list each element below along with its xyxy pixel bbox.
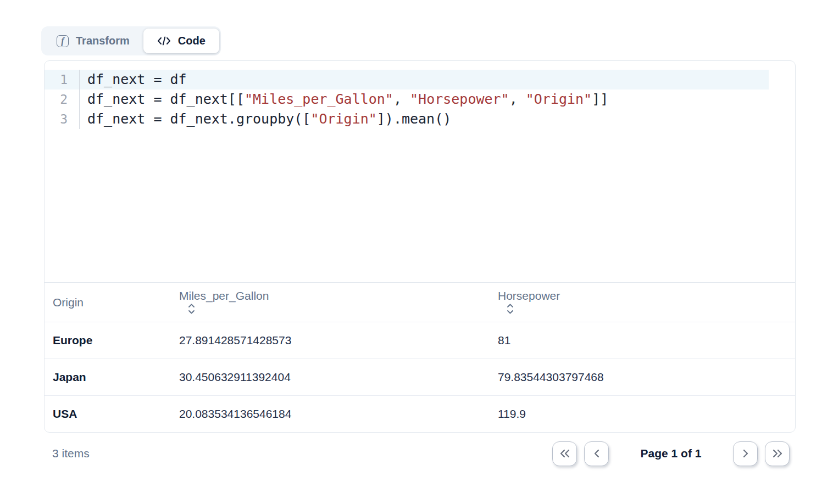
tab-transform[interactable]: f Transform	[43, 29, 143, 53]
column-header-miles_per_gallon[interactable]: Miles_per_Gallon	[171, 289, 490, 315]
last-page-button[interactable]	[765, 441, 790, 466]
code-line-content[interactable]: df_next = df_next[["Miles_per_Gallon", "…	[80, 89, 608, 109]
code-brackets-icon	[157, 35, 171, 47]
main-panel: 1df_next = df2df_next = df_next[["Miles_…	[44, 60, 796, 433]
code-token: ,	[393, 91, 410, 107]
cell-origin: USA	[45, 407, 171, 421]
cell-miles-per-gallon: 27.891428571428573	[171, 334, 490, 347]
code-token: "Origin"	[526, 91, 592, 107]
view-mode-tab-group: f Transform Code	[41, 26, 221, 55]
column-header-label: Origin	[53, 296, 84, 309]
column-header-label: Miles_per_Gallon	[179, 289, 269, 302]
sort-icon	[187, 303, 196, 315]
previous-page-button[interactable]	[584, 441, 609, 466]
line-number: 3	[45, 109, 80, 129]
code-line: 3df_next = df_next.groupby(["Origin"]).m…	[45, 109, 795, 129]
next-page-button[interactable]	[733, 441, 758, 466]
cell-horsepower: 79.83544303797468	[490, 371, 795, 384]
function-icon: f	[57, 35, 69, 47]
table-row: USA20.083534136546184119.9	[45, 395, 795, 432]
line-number: 2	[45, 89, 80, 109]
tab-transform-label: Transform	[76, 35, 130, 47]
code-token: ]).mean()	[377, 111, 451, 127]
tab-code[interactable]: Code	[143, 29, 219, 53]
cell-origin: Europe	[45, 334, 171, 347]
code-token: df_next = df_next[[	[87, 91, 245, 107]
cell-horsepower: 81	[490, 334, 795, 347]
code-token: "Horsepower"	[410, 91, 509, 107]
chevron-right-icon	[741, 449, 751, 458]
sort-icon	[506, 303, 515, 315]
code-line-content[interactable]: df_next = df	[80, 70, 187, 89]
table-body: Europe27.89142857142857381Japan30.450632…	[45, 322, 795, 432]
table-header-row: OriginMiles_per_GallonHorsepower	[45, 283, 795, 322]
table-row: Japan30.45063291139240479.83544303797468	[45, 359, 795, 395]
code-line: 1df_next = df	[45, 70, 795, 89]
chevrons-right-icon	[771, 449, 784, 458]
table-footer: 3 items Page 1 of 1	[44, 440, 796, 467]
column-header-horsepower[interactable]: Horsepower	[490, 289, 795, 315]
code-token: ,	[509, 91, 526, 107]
code-token: ]]	[592, 91, 608, 107]
column-header-label: Horsepower	[498, 289, 560, 302]
cell-miles-per-gallon: 20.083534136546184	[171, 407, 490, 421]
pagination: Page 1 of 1	[552, 441, 790, 466]
cell-miles-per-gallon: 30.450632911392404	[171, 371, 490, 384]
tab-code-label: Code	[178, 35, 206, 47]
code-token: "Miles_per_Gallon"	[245, 91, 393, 107]
code-line-content[interactable]: df_next = df_next.groupby(["Origin"]).me…	[80, 109, 451, 129]
code-token: df_next = df	[87, 71, 187, 87]
chevrons-left-icon	[559, 449, 571, 458]
code-token: "Origin"	[310, 111, 376, 127]
code-editor[interactable]: 1df_next = df2df_next = df_next[["Miles_…	[45, 61, 795, 282]
result-table: OriginMiles_per_GallonHorsepower Europe2…	[45, 282, 795, 432]
code-token: df_next = df_next.groupby([	[87, 111, 310, 127]
table-row: Europe27.89142857142857381	[45, 322, 795, 359]
page-indicator: Page 1 of 1	[640, 447, 702, 460]
first-page-button[interactable]	[552, 441, 577, 466]
chevron-left-icon	[592, 449, 602, 458]
column-header-origin: Origin	[45, 296, 171, 309]
line-number: 1	[45, 70, 80, 89]
code-line: 2df_next = df_next[["Miles_per_Gallon", …	[45, 89, 795, 109]
cell-horsepower: 119.9	[490, 407, 795, 421]
cell-origin: Japan	[45, 371, 171, 384]
items-count: 3 items	[52, 447, 90, 460]
